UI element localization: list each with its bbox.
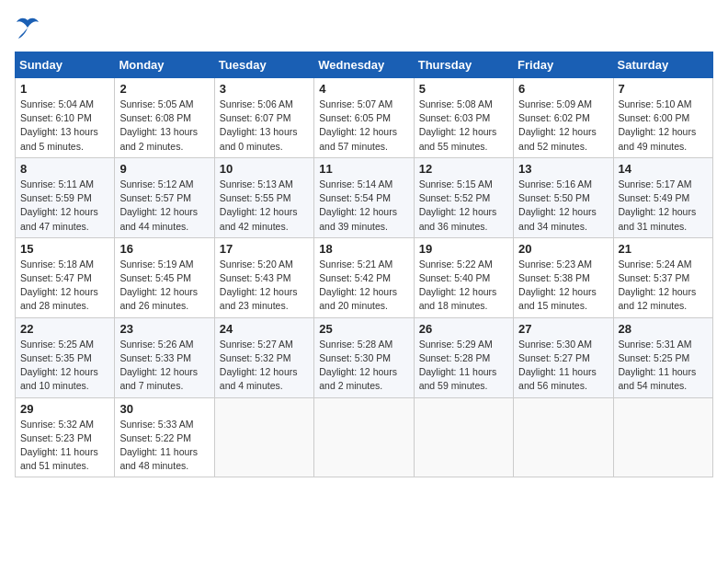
calendar-cell [314, 397, 414, 477]
calendar-cell: 21 Sunrise: 5:24 AMSunset: 5:37 PMDaylig… [613, 237, 712, 317]
calendar-cell: 3 Sunrise: 5:06 AMSunset: 6:07 PMDayligh… [214, 78, 313, 158]
logo [15, 15, 42, 40]
day-detail: Sunrise: 5:26 AMSunset: 5:33 PMDaylight:… [119, 339, 198, 392]
calendar-cell: 8 Sunrise: 5:11 AMSunset: 5:59 PMDayligh… [16, 157, 115, 237]
day-detail: Sunrise: 5:10 AMSunset: 6:00 PMDaylight:… [619, 98, 697, 152]
day-detail: Sunrise: 5:04 AMSunset: 6:10 PMDaylight:… [20, 98, 98, 152]
day-number: 1 [20, 82, 109, 96]
day-number: 23 [119, 322, 209, 336]
calendar-cell: 7 Sunrise: 5:10 AMSunset: 6:00 PMDayligh… [613, 78, 712, 158]
day-number: 25 [319, 322, 408, 336]
day-number: 29 [20, 402, 109, 416]
day-detail: Sunrise: 5:30 AMSunset: 5:27 PMDaylight:… [518, 339, 597, 392]
calendar-cell: 9 Sunrise: 5:12 AMSunset: 5:57 PMDayligh… [115, 157, 214, 237]
day-detail: Sunrise: 5:31 AMSunset: 5:25 PMDaylight:… [619, 339, 697, 392]
day-detail: Sunrise: 5:11 AMSunset: 5:59 PMDaylight:… [20, 178, 98, 232]
day-number: 15 [20, 242, 109, 256]
day-number: 16 [119, 242, 209, 256]
calendar-cell: 11 Sunrise: 5:14 AMSunset: 5:54 PMDaylig… [314, 157, 414, 237]
day-detail: Sunrise: 5:28 AMSunset: 5:30 PMDaylight:… [319, 339, 397, 392]
calendar-cell: 22 Sunrise: 5:25 AMSunset: 5:35 PMDaylig… [16, 317, 115, 397]
calendar-cell: 15 Sunrise: 5:18 AMSunset: 5:47 PMDaylig… [16, 237, 115, 317]
day-detail: Sunrise: 5:19 AMSunset: 5:45 PMDaylight:… [119, 259, 198, 312]
day-number: 6 [518, 82, 608, 96]
day-detail: Sunrise: 5:09 AMSunset: 6:02 PMDaylight:… [518, 98, 597, 152]
week-row-1: 1 Sunrise: 5:04 AMSunset: 6:10 PMDayligh… [16, 78, 713, 158]
day-detail: Sunrise: 5:17 AMSunset: 5:49 PMDaylight:… [619, 178, 697, 232]
day-detail: Sunrise: 5:15 AMSunset: 5:52 PMDaylight:… [419, 178, 497, 232]
day-number: 27 [518, 322, 608, 336]
weekday-header-tuesday: Tuesday [214, 52, 313, 78]
day-detail: Sunrise: 5:27 AMSunset: 5:32 PMDaylight:… [220, 339, 298, 392]
day-detail: Sunrise: 5:14 AMSunset: 5:54 PMDaylight:… [319, 178, 397, 232]
day-detail: Sunrise: 5:16 AMSunset: 5:50 PMDaylight:… [518, 178, 597, 232]
day-number: 11 [319, 162, 408, 176]
day-number: 18 [319, 242, 408, 256]
day-number: 5 [419, 82, 508, 96]
calendar-cell [514, 397, 613, 477]
day-detail: Sunrise: 5:20 AMSunset: 5:43 PMDaylight:… [220, 259, 298, 312]
week-row-4: 22 Sunrise: 5:25 AMSunset: 5:35 PMDaylig… [16, 317, 713, 397]
calendar-cell: 10 Sunrise: 5:13 AMSunset: 5:55 PMDaylig… [214, 157, 313, 237]
day-number: 2 [119, 82, 209, 96]
day-detail: Sunrise: 5:23 AMSunset: 5:38 PMDaylight:… [518, 259, 597, 312]
day-number: 12 [419, 162, 508, 176]
calendar-cell: 18 Sunrise: 5:21 AMSunset: 5:42 PMDaylig… [314, 237, 414, 317]
day-number: 17 [220, 242, 309, 256]
calendar-table: SundayMondayTuesdayWednesdayThursdayFrid… [15, 52, 713, 477]
day-detail: Sunrise: 5:06 AMSunset: 6:07 PMDaylight:… [220, 98, 298, 152]
day-number: 4 [319, 82, 408, 96]
day-detail: Sunrise: 5:32 AMSunset: 5:23 PMDaylight:… [20, 419, 98, 472]
calendar-cell: 24 Sunrise: 5:27 AMSunset: 5:32 PMDaylig… [214, 317, 313, 397]
calendar-cell [414, 397, 513, 477]
day-detail: Sunrise: 5:07 AMSunset: 6:05 PMDaylight:… [319, 98, 397, 152]
day-detail: Sunrise: 5:22 AMSunset: 5:40 PMDaylight:… [419, 259, 497, 312]
calendar-cell: 5 Sunrise: 5:08 AMSunset: 6:03 PMDayligh… [414, 78, 513, 158]
calendar-cell: 13 Sunrise: 5:16 AMSunset: 5:50 PMDaylig… [514, 157, 613, 237]
day-number: 30 [119, 402, 209, 416]
logo-bird-icon [15, 15, 40, 40]
calendar-cell: 1 Sunrise: 5:04 AMSunset: 6:10 PMDayligh… [16, 78, 115, 158]
day-number: 10 [220, 162, 309, 176]
day-number: 20 [518, 242, 608, 256]
weekday-header-wednesday: Wednesday [314, 52, 414, 78]
day-detail: Sunrise: 5:13 AMSunset: 5:55 PMDaylight:… [220, 178, 298, 232]
calendar-cell: 4 Sunrise: 5:07 AMSunset: 6:05 PMDayligh… [314, 78, 414, 158]
day-number: 26 [419, 322, 508, 336]
weekday-header-friday: Friday [514, 52, 613, 78]
week-row-5: 29 Sunrise: 5:32 AMSunset: 5:23 PMDaylig… [16, 397, 713, 477]
day-number: 22 [20, 322, 109, 336]
day-detail: Sunrise: 5:29 AMSunset: 5:28 PMDaylight:… [419, 339, 497, 392]
calendar-cell: 27 Sunrise: 5:30 AMSunset: 5:27 PMDaylig… [514, 317, 613, 397]
weekday-header-thursday: Thursday [414, 52, 513, 78]
calendar-cell: 14 Sunrise: 5:17 AMSunset: 5:49 PMDaylig… [613, 157, 712, 237]
weekday-header-saturday: Saturday [613, 52, 712, 78]
calendar-cell [613, 397, 712, 477]
day-number: 14 [619, 162, 708, 176]
weekday-header-monday: Monday [115, 52, 214, 78]
day-number: 9 [119, 162, 209, 176]
day-number: 28 [619, 322, 708, 336]
weekday-header-sunday: Sunday [16, 52, 115, 78]
calendar-cell: 12 Sunrise: 5:15 AMSunset: 5:52 PMDaylig… [414, 157, 513, 237]
calendar-cell [214, 397, 313, 477]
week-row-3: 15 Sunrise: 5:18 AMSunset: 5:47 PMDaylig… [16, 237, 713, 317]
calendar-cell: 25 Sunrise: 5:28 AMSunset: 5:30 PMDaylig… [314, 317, 414, 397]
day-detail: Sunrise: 5:08 AMSunset: 6:03 PMDaylight:… [419, 98, 497, 152]
calendar-cell: 23 Sunrise: 5:26 AMSunset: 5:33 PMDaylig… [115, 317, 214, 397]
page-header [15, 15, 713, 40]
day-number: 19 [419, 242, 508, 256]
day-number: 24 [220, 322, 309, 336]
calendar-cell: 17 Sunrise: 5:20 AMSunset: 5:43 PMDaylig… [214, 237, 313, 317]
day-detail: Sunrise: 5:12 AMSunset: 5:57 PMDaylight:… [119, 178, 198, 232]
calendar-cell: 20 Sunrise: 5:23 AMSunset: 5:38 PMDaylig… [514, 237, 613, 317]
day-number: 13 [518, 162, 608, 176]
day-number: 21 [619, 242, 708, 256]
calendar-cell: 28 Sunrise: 5:31 AMSunset: 5:25 PMDaylig… [613, 317, 712, 397]
day-detail: Sunrise: 5:18 AMSunset: 5:47 PMDaylight:… [20, 259, 98, 312]
calendar-cell: 2 Sunrise: 5:05 AMSunset: 6:08 PMDayligh… [115, 78, 214, 158]
day-detail: Sunrise: 5:05 AMSunset: 6:08 PMDaylight:… [119, 98, 198, 152]
calendar-cell: 26 Sunrise: 5:29 AMSunset: 5:28 PMDaylig… [414, 317, 513, 397]
week-row-2: 8 Sunrise: 5:11 AMSunset: 5:59 PMDayligh… [16, 157, 713, 237]
day-number: 7 [619, 82, 708, 96]
